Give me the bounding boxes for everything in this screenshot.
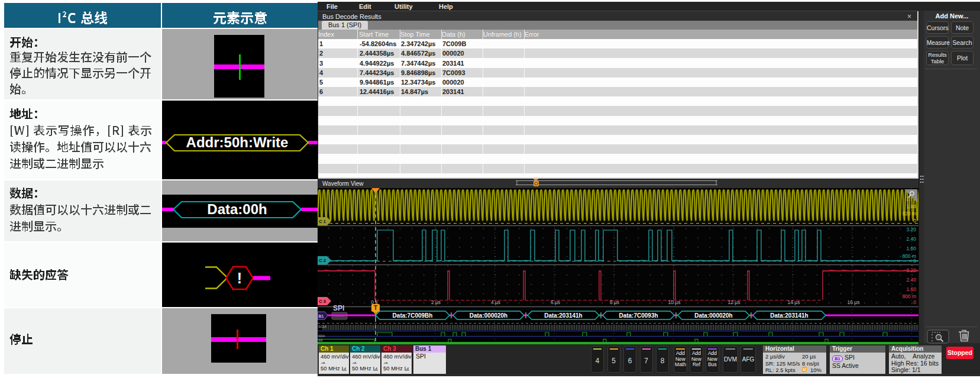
- svg-text:Data:7C009Bh: Data:7C009Bh: [393, 312, 433, 319]
- svg-text:2 µs: 2 µs: [431, 299, 441, 305]
- svg-text:SCLK: SCLK: [318, 325, 327, 328]
- svg-text:Addr:50h:Write: Addr:50h:Write: [186, 134, 289, 150]
- svg-text:2.40: 2.40: [906, 277, 916, 283]
- svg-text:14 µs: 14 µs: [788, 299, 800, 305]
- svg-text:12 µs: 12 µs: [728, 299, 740, 305]
- svg-text:SPI: SPI: [333, 304, 344, 312]
- svg-text:1.60: 1.60: [906, 286, 916, 292]
- svg-text:!: !: [237, 270, 242, 286]
- svg-text:2.40: 2.40: [906, 236, 916, 242]
- svg-text:Data:7C0093h: Data:7C0093h: [619, 312, 658, 319]
- svg-text:SS: SS: [318, 338, 323, 342]
- svg-text:Data:203141h: Data:203141h: [544, 312, 582, 319]
- svg-text:10 µs: 10 µs: [668, 299, 681, 305]
- svg-text:3.20: 3.20: [906, 267, 916, 273]
- svg-text:1.60: 1.60: [906, 245, 916, 251]
- svg-text:0: 0: [913, 218, 916, 224]
- svg-text:920 m: 920 m: [902, 211, 916, 217]
- svg-text:6 µs: 6 µs: [551, 299, 560, 305]
- svg-text:1.84: 1.84: [906, 203, 916, 209]
- svg-text:T: T: [374, 305, 377, 311]
- svg-text:C 3: C 3: [319, 299, 326, 304]
- svg-text:Data:00h: Data:00h: [207, 201, 267, 217]
- svg-text:4 µs: 4 µs: [491, 299, 500, 305]
- svg-text:800 m: 800 m: [902, 293, 916, 299]
- svg-text:16 µs: 16 µs: [848, 299, 860, 305]
- svg-text:3.20: 3.20: [906, 227, 916, 232]
- svg-text:Data:000020h: Data:000020h: [470, 312, 507, 319]
- svg-text:0: 0: [913, 258, 916, 264]
- svg-text:Data:203141h: Data:203141h: [770, 312, 808, 319]
- svg-text:Data:000020h: Data:000020h: [694, 312, 732, 319]
- svg-text:C 2: C 2: [319, 258, 326, 263]
- svg-text:8 µs: 8 µs: [610, 299, 619, 305]
- svg-text:0: 0: [913, 299, 916, 305]
- svg-text:SDA: SDA: [318, 334, 325, 338]
- svg-text:C 1: C 1: [319, 219, 326, 224]
- svg-text:B1: B1: [319, 314, 324, 318]
